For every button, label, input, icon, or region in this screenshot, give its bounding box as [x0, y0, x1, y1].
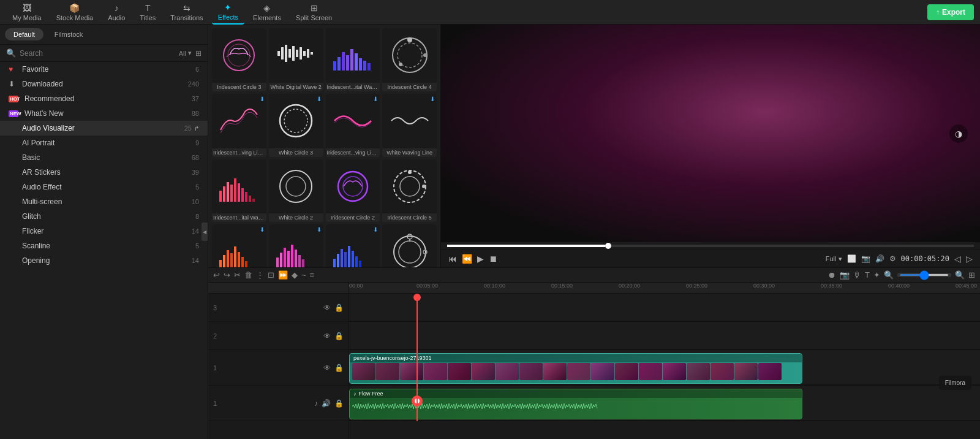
- crop-button[interactable]: ⊡: [268, 270, 274, 280]
- nav-elements[interactable]: ◈ Elements: [247, 1, 287, 24]
- sidebar-item-glitch[interactable]: Glitch 8: [0, 209, 208, 224]
- effect-white-circle-2[interactable]: White Circle 2: [269, 159, 323, 223]
- volume-button[interactable]: 🔊: [875, 254, 884, 263]
- svg-rect-12: [333, 61, 336, 71]
- timeline-effect-button[interactable]: ✦: [873, 270, 880, 280]
- snapshot-button[interactable]: 📷: [861, 254, 870, 263]
- track-label-audio: 1 ♪ 🔊 🔒: [208, 386, 349, 421]
- keyframe-button[interactable]: ◆: [292, 270, 298, 280]
- speed-button[interactable]: ⏩: [278, 270, 288, 280]
- prev-frame-button[interactable]: ◁: [954, 254, 961, 264]
- video-clip[interactable]: pexels-jv-buenconsejo-2719301: [349, 353, 802, 384]
- track-num: 3: [213, 304, 221, 311]
- lock-button[interactable]: 🔒: [334, 399, 344, 408]
- export-button[interactable]: ↑ Export: [927, 4, 974, 20]
- redo-button[interactable]: ↪: [224, 270, 230, 280]
- sidebar-item-basic[interactable]: Basic 68: [0, 150, 208, 165]
- sidebar-item-downloaded[interactable]: ⬇ Downloaded 240: [0, 77, 208, 91]
- timeline-zoom-in-button[interactable]: 🔍: [884, 270, 894, 280]
- lock-button[interactable]: 🔒: [334, 364, 344, 372]
- effect-iridescent-ving-line-2[interactable]: ⬇ Iridescent...ving Line 2: [326, 94, 380, 157]
- sidebar-item-favorite[interactable]: ♥ Favorite 6: [0, 62, 208, 77]
- nav-stock-media[interactable]: 📦 Stock Media: [50, 1, 100, 24]
- lock-button[interactable]: 🔒: [334, 303, 344, 312]
- timeline-audio-rec-button[interactable]: 🎙: [853, 270, 861, 280]
- track-num: 1: [213, 364, 221, 372]
- panel-collapse-button[interactable]: ◀: [202, 223, 208, 241]
- grid-view-button[interactable]: ⊞: [195, 49, 202, 58]
- thumb: [758, 363, 782, 380]
- effect-thumb: ⬇: [269, 94, 323, 148]
- visibility-button[interactable]: 👁: [323, 303, 331, 312]
- effect-iridescent-wave-1[interactable]: ⬇ Iridesc: [326, 224, 380, 267]
- sidebar-item-whats-new[interactable]: NEW What's New 88: [0, 106, 208, 121]
- next-frame-button[interactable]: ▷: [966, 254, 973, 264]
- thumb: [400, 363, 423, 380]
- audio-button[interactable]: ~: [301, 270, 306, 280]
- nav-split-screen[interactable]: ⊞ Split Screen: [290, 1, 338, 24]
- svg-rect-64: [341, 249, 343, 267]
- nav-titles[interactable]: T Titles: [134, 1, 162, 24]
- preview-progress-bar[interactable]: [447, 245, 974, 247]
- effect-white-digital-wave-2[interactable]: White Digital Wave 2: [269, 28, 323, 91]
- effect-white-circle-1[interactable]: White Circle 1: [382, 224, 437, 267]
- timeline-camera-button[interactable]: 📷: [840, 270, 850, 280]
- effect-iridescent-wave-5[interactable]: Iridescent...ital Wave 5: [212, 159, 266, 223]
- nav-effects[interactable]: ✦ Effects: [212, 0, 244, 25]
- sidebar-item-audio-visualizer[interactable]: Audio Visualizer 25 ↱: [0, 121, 208, 136]
- delete-button[interactable]: 🗑: [244, 270, 252, 280]
- timeline-zoom-out-button[interactable]: 🔍: [955, 270, 965, 280]
- zoom-slider[interactable]: [900, 274, 949, 276]
- nav-elements-label: Elements: [253, 14, 281, 21]
- effect-iridescent-wave-2b[interactable]: ⬇ Iridesc: [269, 224, 323, 267]
- split-button[interactable]: ⋮: [256, 270, 264, 280]
- nav-audio[interactable]: ♪ Audio: [102, 1, 131, 24]
- screen-size-button[interactable]: ⬜: [847, 254, 856, 263]
- visibility-button[interactable]: 👁: [323, 332, 331, 340]
- sidebar-item-ar-stickers[interactable]: AR Stickers 39: [0, 165, 208, 180]
- sidebar-item-flicker[interactable]: Flicker 14: [0, 224, 208, 239]
- effect-iridescent-circle-3[interactable]: Iridescent Circle 3: [212, 28, 266, 91]
- frame-back-button[interactable]: ⏪: [462, 254, 472, 264]
- svg-rect-67: [352, 251, 354, 267]
- zoom-selector[interactable]: Full ▾: [826, 255, 842, 263]
- more-button[interactable]: ≡: [310, 270, 315, 280]
- effect-white-waving-line[interactable]: ⬇ White Waving Line: [382, 94, 437, 157]
- sidebar-item-opening[interactable]: Opening 14: [0, 253, 208, 268]
- svg-rect-9: [303, 51, 306, 56]
- tab-default[interactable]: Default: [5, 28, 43, 40]
- timeline-fit-button[interactable]: ⊞: [968, 270, 975, 280]
- sidebar-item-ai-portrait[interactable]: AI Portrait 9: [0, 136, 208, 150]
- tab-filmstock[interactable]: Filmstock: [46, 28, 91, 40]
- skip-back-button[interactable]: ⏮: [448, 254, 457, 264]
- cut-button[interactable]: ✂: [234, 270, 241, 280]
- effect-iridescent-circle-4[interactable]: Iridescent Circle 4: [382, 28, 437, 91]
- undo-button[interactable]: ↩: [213, 270, 220, 280]
- effect-iridescent-ving-line-3[interactable]: ⬇ Iridescent...ving Line 3: [212, 94, 266, 157]
- effect-label: Iridescent...ital Wave 5: [212, 213, 266, 222]
- nav-transitions[interactable]: ⇆ Transitions: [164, 1, 209, 24]
- timeline-record-button[interactable]: ⏺: [828, 270, 836, 280]
- effect-iridescent-wave-6[interactable]: Iridescent...ital Wave 6: [326, 28, 380, 91]
- track-num: 1: [213, 400, 221, 407]
- stop-button[interactable]: ⏹: [489, 254, 497, 264]
- nav-my-media[interactable]: 🖼 My Media: [6, 1, 48, 24]
- settings-button[interactable]: ⚙: [889, 254, 896, 263]
- search-input[interactable]: [20, 49, 175, 58]
- sidebar-item-multi-screen[interactable]: Multi-screen 10: [0, 194, 208, 209]
- sidebar-item-audio-effect[interactable]: Audio Effect 5: [0, 180, 208, 194]
- volume-button[interactable]: 🔊: [322, 399, 331, 408]
- svg-rect-5: [288, 49, 291, 58]
- sidebar-item-recommended[interactable]: HOT Recommended 37: [0, 91, 208, 106]
- lock-button[interactable]: 🔒: [334, 332, 344, 340]
- visibility-button[interactable]: 👁: [323, 364, 331, 372]
- effect-white-circle-3[interactable]: ⬇ White Circle 3: [269, 94, 323, 157]
- play-button[interactable]: ▶: [477, 254, 484, 264]
- timeline-title-button[interactable]: T: [865, 270, 870, 280]
- effect-iridescent-circle-2[interactable]: Iridescent Circle 2: [326, 159, 380, 223]
- effect-iridescent-circle-5[interactable]: Iridescent Circle 5: [382, 159, 437, 223]
- filter-button[interactable]: All ▾: [179, 49, 192, 57]
- sidebar-item-scanline[interactable]: Scanline 5: [0, 239, 208, 253]
- audio-clip[interactable]: ♪ Flow Free: [349, 389, 802, 419]
- effect-iridescent-wave-4[interactable]: ⬇ Iridesc: [212, 224, 266, 267]
